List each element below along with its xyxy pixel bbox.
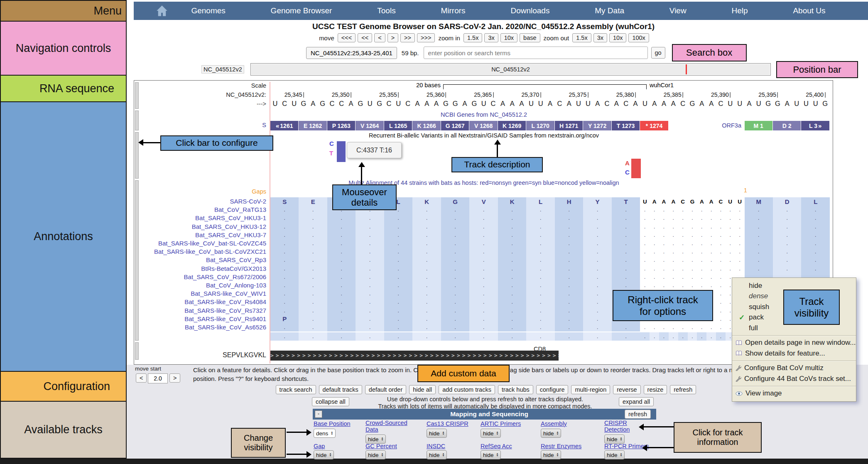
move-button[interactable]: >> [400,33,415,42]
gene-s-label[interactable]: S [135,122,266,128]
browser-action-button[interactable]: default order [365,385,406,394]
group-collapse-button[interactable]: - [315,410,322,418]
collapse-all-button[interactable]: collapse all [312,397,349,406]
track-link-artic-primers[interactable]: ARTIC Primers [481,420,521,427]
nav-item[interactable]: Downloads [510,6,549,15]
species-label[interactable]: Bat_CoV_Anlong-103 [135,281,266,290]
species-label[interactable]: Bat_SARS_CoV_HKU3-1 [135,214,266,222]
browser-action-button[interactable]: hide all [409,385,436,394]
track-link-crispr[interactable]: CRISPR [604,420,627,426]
protein-track-bar[interactable]: >>>>>>>>>>>>>>>>>>>>>>>>>>>>>>>>>>>>>>>>… [270,351,559,361]
track-visibility-select[interactable]: hide▲▼ [604,450,625,459]
search-input[interactable] [424,47,648,59]
track-link-detection[interactable]: Detection [604,426,630,433]
move-start-value[interactable]: 2.0 [148,373,168,383]
move-button[interactable]: >>> [417,33,435,42]
codon-box[interactable]: V 1264 [356,121,384,130]
track-link-restr-enzymes[interactable]: Restr Enzymes [541,443,581,449]
codon-box[interactable]: * 1274 [640,121,668,130]
move-start-back-button[interactable]: < [136,373,147,383]
context-menu-action[interactable]: View image [732,388,856,399]
multiz-track-title[interactable]: Multiz Alignment of 44 strains with bats… [134,179,834,186]
move-button[interactable]: <<< [338,33,356,42]
group-refresh-button[interactable]: refresh [625,410,651,419]
codon-box[interactable]: H 1271 [555,121,583,130]
species-label[interactable]: Bat_SARS_CoV_Rp3 [135,256,266,264]
track-visibility-select[interactable]: hide▲▼ [541,450,561,459]
species-label[interactable]: Bat_SARS-like_CoV_WIV1 [135,290,266,298]
home-icon[interactable] [155,4,169,17]
browser-action-button[interactable]: track hubs [498,385,533,394]
zoom-in-button[interactable]: 3x [484,33,498,42]
codon-box[interactable]: L 3» [801,121,829,130]
nav-item[interactable]: Tools [377,6,395,15]
browser-action-button[interactable]: reverse [613,385,640,394]
zoom-in-button[interactable]: 10x [500,33,517,42]
context-menu-action[interactable]: Open details page in new window... [732,338,856,349]
track-visibility-select[interactable]: hide▲▼ [481,450,501,459]
nav-item[interactable]: My Data [595,6,624,15]
zoom-out-button[interactable]: 100x [628,33,649,42]
track-link-gap[interactable]: Gap [314,443,325,449]
track-link-base-position[interactable]: Base Position [314,420,351,427]
nav-item[interactable]: Genome Browser [271,6,332,15]
expand-all-button[interactable]: expand all [619,397,654,406]
codon-box[interactable]: L 1265 [384,121,412,130]
context-menu-action[interactable]: Configure Bat CoV multiz [732,363,856,374]
codon-box[interactable]: D 2 [773,121,801,130]
track-link-cas13-crispr[interactable]: Cas13 CRISPR [427,420,468,427]
genes-track-title[interactable]: NCBI Genes from NC_045512.2 [134,111,834,118]
track-visibility-select[interactable]: hide▲▼ [481,429,501,438]
track-link-gc-percent[interactable]: GC Percent [365,443,397,449]
codon-box[interactable]: G 1267 [441,121,469,130]
browser-action-button[interactable]: resize [644,385,667,394]
nav-item[interactable]: Genomes [191,6,225,15]
codon-box[interactable]: Y 1272 [583,121,611,130]
context-menu-action[interactable]: Configure 44 Bat CoVs track set... [732,373,856,384]
variant2-bar[interactable] [631,159,641,178]
zoom-in-button[interactable]: 1.5x [463,33,482,42]
codon-box[interactable]: T 1273 [612,121,640,130]
browser-action-button[interactable]: default tracks [319,385,362,394]
track-visibility-select[interactable]: hide▲▼ [541,429,561,438]
zoom-out-button[interactable]: 10x [609,33,626,42]
move-button[interactable]: < [374,33,385,42]
species-label[interactable]: Bat_SARS-like_CoV_bat-SL-CoVZXC21 [135,248,266,256]
species-label[interactable]: BtRs-BetaCoV/GX2013 [135,265,266,273]
codon-box[interactable]: E 1262 [299,121,327,130]
ideogram-bar[interactable]: NC_045512v2 [250,63,771,76]
track-visibility-select[interactable]: hide▲▼ [365,450,386,459]
species-label[interactable]: Bat_SARS-like_CoV_Rs9401 [135,315,266,323]
nav-item[interactable]: About Us [793,6,825,15]
track-visibility-select[interactable]: hide▲▼ [365,435,386,444]
zoom-out-button[interactable]: 3x [593,33,607,42]
browser-action-button[interactable]: track search [276,385,316,394]
species-label[interactable]: Bat_SARS-like_CoV_Rs4084 [135,298,266,306]
track-visibility-select[interactable]: hide▲▼ [427,429,447,438]
track-link-assembly[interactable]: Assembly [541,420,567,427]
codon-box[interactable]: K 1266 [412,121,441,130]
species-label[interactable]: Bat_CoV_RaTG13 [135,206,266,214]
track-link-insdc[interactable]: INSDC [427,443,445,449]
species-label[interactable]: SARS-CoV-2 [135,197,266,206]
orf3a-label[interactable]: ORF3a [687,122,741,129]
species-label[interactable]: Bat_SARS-like_CoV_bat-SL-CoVZC45 [135,239,266,248]
variant1-bar[interactable] [337,141,346,162]
track-link-crowd-sourced[interactable]: Crowd-Sourced [365,420,407,426]
nav-item[interactable]: View [669,6,687,15]
species-label[interactable]: Bat_SARS-like_CoV_Rs7327 [135,307,266,315]
codon-box[interactable]: K 1269 [498,121,526,130]
go-button[interactable]: go [651,47,665,59]
track-visibility-select[interactable]: dens▲▼ [314,429,336,438]
codon-box[interactable]: V 1268 [469,121,498,130]
codon-box[interactable]: «1261 [270,121,299,130]
context-menu-action[interactable]: Show details for feature... [732,348,856,359]
browser-action-button[interactable]: multi-region [571,385,610,394]
move-start-forward-button[interactable]: > [169,373,180,383]
browser-action-button[interactable]: refresh [670,385,696,394]
move-button[interactable]: << [358,33,372,42]
zoom-in-button[interactable]: base [520,33,540,42]
track-visibility-select[interactable]: hide▲▼ [604,435,625,444]
genome-browser-image[interactable]: Scale 20 bases wuhCor1 NC_045512v2: 25,3… [134,80,833,365]
browser-action-button[interactable]: configure [536,385,569,394]
